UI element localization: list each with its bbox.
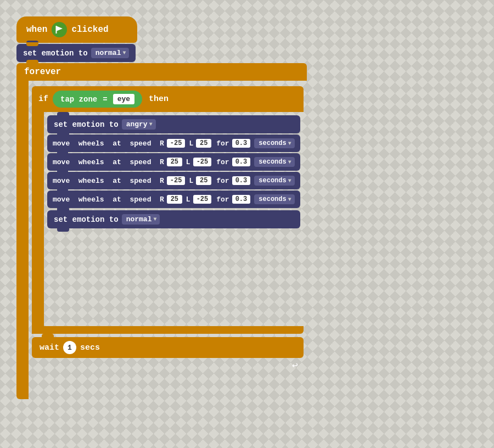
seconds-1-arrow-icon: ▼ <box>288 141 291 147</box>
wait-block: wait 1 secs <box>32 337 304 358</box>
if-header: if tap zone = eye then <box>32 86 304 112</box>
forever-label: forever <box>24 67 61 77</box>
set-emotion-normal-bottom-label: set emotion to <box>54 215 119 224</box>
zone-value[interactable]: eye <box>113 94 134 104</box>
move-wheels-block-3: move wheels at speed R -25 L 25 for 0.3 … <box>47 172 300 189</box>
move-wheels-2-l-val[interactable]: -25 <box>193 158 212 166</box>
then-label: then <box>149 94 169 104</box>
move-wheels-2-for-label: for <box>216 158 229 166</box>
move-wheels-4-l-val[interactable]: -25 <box>193 195 212 204</box>
move-wheels-3-seconds-dropdown[interactable]: seconds ▼ <box>254 176 294 186</box>
set-emotion-top-dropdown[interactable]: normal ▼ <box>91 48 130 58</box>
move-wheels-2-l-label: L <box>186 158 190 166</box>
seconds-4-arrow-icon: ▼ <box>288 197 291 203</box>
wait-label: wait <box>40 343 59 352</box>
move-wheels-3-for-label: for <box>216 177 229 185</box>
move-wheels-1-for-label: for <box>216 139 229 148</box>
set-emotion-angry-value: angry <box>126 120 148 128</box>
set-emotion-top-label: set emotion to <box>23 49 88 58</box>
if-block: if tap zone = eye then <box>32 86 304 334</box>
set-emotion-angry-dropdown[interactable]: angry ▼ <box>122 119 156 130</box>
move-wheels-block-4: move wheels at speed R 25 L -25 for 0.3 … <box>47 191 300 208</box>
forever-body: if tap zone = eye then <box>16 81 307 399</box>
move-wheels-4-label: move wheels at speed R <box>53 195 164 204</box>
move-wheels-4-for-val[interactable]: 0.3 <box>232 195 251 204</box>
move-wheels-block-2: move wheels at speed R 25 L -25 for 0.3 … <box>47 153 300 171</box>
wait-value[interactable]: 1 <box>63 341 76 354</box>
move-wheels-2-seconds-dropdown[interactable]: seconds ▼ <box>254 157 294 167</box>
forever-block: forever if tap zone = eye then <box>16 63 307 399</box>
move-wheels-1-r-val[interactable]: -25 <box>167 139 186 148</box>
move-wheels-4-l-label: L <box>186 195 190 204</box>
forever-inner: if tap zone = eye then <box>29 81 307 399</box>
set-emotion-angry-block: set emotion to angry ▼ <box>47 115 300 133</box>
move-wheels-3-l-label: L <box>189 177 193 185</box>
scratch-program: when clicked set emotion to normal ▼ for… <box>16 16 307 399</box>
tap-zone-label: tap zone <box>60 95 97 104</box>
if-body: set emotion to angry ▼ move wh <box>32 112 304 326</box>
set-emotion-angry-label: set emotion to <box>54 120 119 129</box>
set-emotion-normal-bottom-block: set emotion to normal ▼ <box>47 210 300 228</box>
move-wheels-4-r-val[interactable]: 25 <box>167 195 182 204</box>
move-wheels-1-l-label: L <box>189 139 193 148</box>
forever-left-bar <box>16 81 29 399</box>
move-wheels-1-seconds-dropdown[interactable]: seconds ▼ <box>254 138 294 148</box>
set-emotion-normal-bottom-dropdown[interactable]: normal ▼ <box>122 214 160 225</box>
loop-arrow-row: ↩ <box>32 359 304 371</box>
move-wheels-1-seconds-label: seconds <box>259 139 286 147</box>
move-wheels-4-seconds-label: seconds <box>259 195 286 203</box>
if-label: if <box>38 94 48 104</box>
when-label: when <box>26 25 47 35</box>
move-wheels-2-label: move wheels at speed R <box>53 158 164 166</box>
move-wheels-3-seconds-label: seconds <box>259 177 286 184</box>
secs-label: secs <box>80 343 100 352</box>
set-emotion-normal-bottom-value: normal <box>126 215 152 223</box>
dropdown-arrow-angry-icon: ▼ <box>149 121 153 127</box>
dropdown-arrow-icon: ▼ <box>122 50 126 56</box>
move-wheels-1-for-val[interactable]: 0.3 <box>232 139 251 148</box>
move-wheels-2-for-val[interactable]: 0.3 <box>232 158 251 166</box>
move-wheels-4-seconds-dropdown[interactable]: seconds ▼ <box>254 194 294 204</box>
tap-zone-condition: tap zone = eye <box>53 91 142 108</box>
flag-icon[interactable] <box>52 22 67 37</box>
move-wheels-2-r-val[interactable]: 25 <box>167 158 182 166</box>
clicked-label: clicked <box>71 25 108 35</box>
forever-header: forever <box>16 63 307 81</box>
move-wheels-2-seconds-label: seconds <box>259 158 286 166</box>
dropdown-arrow-normal-bottom-icon: ▼ <box>153 216 156 222</box>
if-left-bar <box>32 112 44 326</box>
move-wheels-3-for-val[interactable]: 0.3 <box>232 176 251 185</box>
svg-marker-0 <box>56 26 63 31</box>
hat-block: when clicked <box>16 16 137 43</box>
svg-rect-1 <box>56 26 57 33</box>
loop-arrow-icon: ↩ <box>292 359 298 371</box>
eq-icon: = <box>103 95 107 104</box>
if-inner: set emotion to angry ▼ move wh <box>44 112 304 326</box>
if-footer <box>32 326 304 334</box>
seconds-2-arrow-icon: ▼ <box>288 159 291 165</box>
seconds-3-arrow-icon: ▼ <box>288 178 291 184</box>
move-wheels-4-for-label: for <box>216 195 229 204</box>
move-wheels-block-1: move wheels at speed R -25 L 25 for 0.3 … <box>47 135 300 152</box>
move-wheels-1-label: move wheels at speed R <box>53 139 164 148</box>
move-wheels-3-l-val[interactable]: 25 <box>196 176 211 185</box>
move-wheels-3-label: move wheels at speed R <box>53 177 164 185</box>
set-emotion-top-value: normal <box>96 49 121 57</box>
move-wheels-group: move wheels at speed R -25 L 25 for 0.3 … <box>47 135 300 208</box>
move-wheels-3-r-val[interactable]: -25 <box>167 176 186 185</box>
move-wheels-1-l-val[interactable]: 25 <box>196 139 211 148</box>
